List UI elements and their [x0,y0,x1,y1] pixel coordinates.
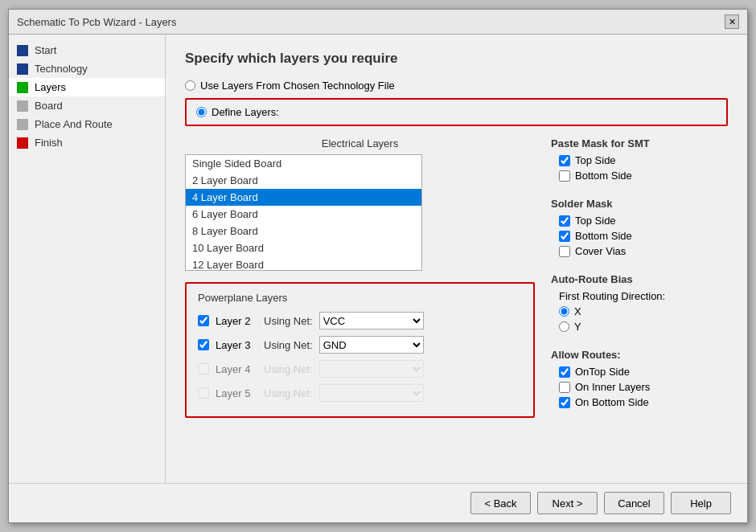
next-button[interactable]: Next > [537,492,598,514]
solder-mask-label-2: Cover Vias [575,245,626,257]
net-select-layer5[interactable] [319,384,424,402]
sidebar-item-layers[interactable]: Layers [9,78,165,96]
dialog: Schematic To Pcb Wizard - Layers ✕ Start… [8,9,748,523]
sidebar-label-board: Board [35,100,63,112]
list-item[interactable]: 12 Layer Board [186,256,421,271]
solder-mask-label-0: Top Side [575,215,616,227]
routing-radio-label-0: X [574,305,581,317]
allow-routes-group: Allow Routes: OnTop SideOn Inner LayersO… [551,349,728,411]
auto-route-group: Auto-Route Bias First Routing Direction:… [551,273,728,336]
layer-label-layer3: Layer 3 [216,339,257,351]
left-panel: Electrical Layers Single Sided Board2 La… [185,137,535,467]
solder-mask-group: Solder Mask Top SideBottom SideCover Via… [551,198,728,260]
paste-mask-group: Paste Mask for SMT Top SideBottom Side [551,137,728,185]
start-icon [17,45,28,56]
sidebar-label-finish: Finish [35,137,63,149]
radio-use-layers[interactable] [185,80,195,91]
routing-radio-y[interactable] [559,321,569,332]
powerplane-row-layer3: Layer 3Using Net:GND [198,336,522,354]
content-area: StartTechnologyLayersBoardPlace And Rout… [9,35,747,483]
using-net-label-layer2: Using Net: [264,315,313,327]
using-net-label-layer4: Using Net: [264,363,313,375]
allow-routes-row-1: On Inner Layers [551,381,728,393]
list-item[interactable]: 8 Layer Board [186,223,421,239]
solder-mask-label-1: Bottom Side [575,230,632,242]
radio-option-1[interactable]: Use Layers From Chosen Technology File [185,80,728,92]
solder-mask-checkbox-1[interactable] [559,231,570,242]
title-bar: Schematic To Pcb Wizard - Layers ✕ [9,10,747,35]
sidebar-label-place-and-route: Place And Route [35,118,113,130]
layer-label-layer2: Layer 2 [216,315,257,327]
define-layers-box: Define Layers: [185,98,728,126]
solder-mask-title: Solder Mask [551,198,728,210]
solder-mask-row-1: Bottom Side [551,230,728,242]
allow-routes-checkbox-2[interactable] [559,397,570,408]
list-item[interactable]: Single Sided Board [186,155,421,172]
routing-radio-x[interactable] [559,306,569,317]
paste-mask-checkbox-0[interactable] [559,155,570,166]
using-net-label-layer5: Using Net: [264,387,313,399]
powerplane-section: Powerplane Layers Layer 2Using Net:VCCLa… [185,282,535,418]
footer: < Back Next > Cancel Help [9,483,747,522]
sidebar-label-start: Start [35,44,56,56]
routing-radio-row-1: Y [551,321,728,333]
radio-define-layers[interactable] [196,107,207,117]
solder-mask-checkbox-0[interactable] [559,215,570,227]
checkbox-layer3[interactable] [198,339,209,350]
sidebar-item-finish[interactable]: Finish [9,133,165,152]
checkbox-layer2[interactable] [198,315,209,326]
solder-mask-row-0: Top Side [551,215,728,227]
sidebar-label-layers: Layers [35,81,66,93]
powerplane-row-layer4: Layer 4Using Net: [198,360,522,378]
sidebar-item-board[interactable]: Board [9,96,165,115]
paste-mask-title: Paste Mask for SMT [551,137,728,149]
layer-label-layer4: Layer 4 [216,363,257,375]
paste-mask-checkbox-1[interactable] [559,170,570,182]
radio-use-layers-label: Use Layers From Chosen Technology File [200,80,395,92]
paste-mask-row-0: Top Side [551,154,728,166]
cancel-button[interactable]: Cancel [604,492,664,514]
paste-mask-label-1: Bottom Side [575,170,632,182]
sidebar: StartTechnologyLayersBoardPlace And Rout… [9,35,166,483]
net-select-layer3[interactable]: GND [319,336,424,354]
allow-routes-checkbox-0[interactable] [559,366,570,378]
solder-mask-checkbox-2[interactable] [559,246,570,257]
routing-radio-row-0: X [551,305,728,317]
allow-routes-label-2: On Bottom Side [575,396,649,408]
list-item[interactable]: 10 Layer Board [186,239,421,256]
right-panel: Paste Mask for SMT Top SideBottom Side S… [551,137,728,467]
sidebar-item-place-and-route[interactable]: Place And Route [9,115,165,133]
checkbox-layer4[interactable] [198,363,209,374]
list-item[interactable]: 6 Layer Board [186,206,421,223]
list-item[interactable]: 2 Layer Board [186,172,421,189]
sidebar-item-technology[interactable]: Technology [9,59,165,78]
net-select-layer4[interactable] [319,360,424,378]
allow-routes-title: Allow Routes: [551,349,728,361]
radio-define-layers-label: Define Layers: [212,106,279,118]
electrical-layers-list[interactable]: Single Sided Board2 Layer Board4 Layer B… [185,154,422,271]
list-item[interactable]: 4 Layer Board [186,189,421,206]
paste-mask-label-0: Top Side [575,154,616,166]
sidebar-label-technology: Technology [35,63,88,75]
close-button[interactable]: ✕ [725,14,739,29]
first-routing-label: First Routing Direction: [551,290,728,302]
using-net-label-layer3: Using Net: [264,339,313,351]
allow-routes-label-1: On Inner Layers [575,381,650,393]
main-panel: Specify which layers you require Use Lay… [166,35,747,483]
finish-icon [17,137,28,149]
technology-icon [17,63,28,75]
checkbox-layer5[interactable] [198,387,209,399]
paste-mask-row-1: Bottom Side [551,170,728,182]
layer-label-layer5: Layer 5 [216,387,257,399]
powerplane-row-layer2: Layer 2Using Net:VCC [198,312,522,329]
help-button[interactable]: Help [671,492,731,514]
net-select-layer2[interactable]: VCC [319,312,424,329]
electrical-layers-section: Electrical Layers Single Sided Board2 La… [185,137,535,271]
allow-routes-row-2: On Bottom Side [551,396,728,408]
board-icon [17,100,28,112]
sidebar-item-start[interactable]: Start [9,41,165,59]
back-button[interactable]: < Back [470,492,531,514]
panels: Electrical Layers Single Sided Board2 La… [185,137,728,467]
allow-routes-checkbox-1[interactable] [559,382,570,393]
powerplane-title: Powerplane Layers [198,292,522,304]
